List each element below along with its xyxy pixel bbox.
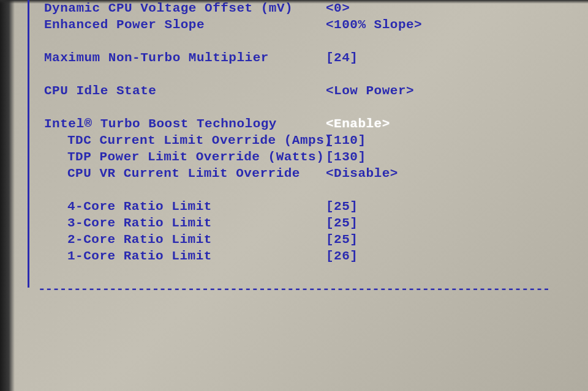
spacer <box>44 264 588 281</box>
setting-label: 4-Core Ratio Limit <box>44 198 326 215</box>
setting-row-enhanced-power-slope[interactable]: Enhanced Power Slope <100% Slope> <box>44 17 588 33</box>
section-divider: ----------------------------------------… <box>38 281 588 297</box>
setting-label: CPU VR Current Limit Override <box>44 165 326 182</box>
screen-bezel-left <box>0 0 15 391</box>
spacer <box>44 99 588 116</box>
setting-value[interactable]: <Disable> <box>326 165 398 182</box>
setting-label: 2-Core Ratio Limit <box>44 231 326 248</box>
panel-border-left <box>28 0 29 288</box>
setting-value[interactable]: [130] <box>326 149 366 165</box>
spacer <box>44 33 588 50</box>
setting-value[interactable]: [25] <box>326 231 358 248</box>
setting-label: 3-Core Ratio Limit <box>44 215 326 231</box>
setting-row-4-core-ratio[interactable]: 4-Core Ratio Limit [25] <box>44 198 588 215</box>
setting-value-selected[interactable]: <Enable> <box>326 116 390 132</box>
setting-label: Enhanced Power Slope <box>44 17 326 33</box>
setting-label: 1-Core Ratio Limit <box>44 248 326 264</box>
setting-value[interactable]: [26] <box>326 248 358 264</box>
bios-settings-panel: Dynamic CPU Voltage Offset (mV) <0> Enha… <box>44 0 588 297</box>
screen-bezel-top <box>0 0 588 4</box>
setting-row-3-core-ratio[interactable]: 3-Core Ratio Limit [25] <box>44 215 588 231</box>
setting-row-tdp-power-limit[interactable]: TDP Power Limit Override (Watts) [130] <box>44 149 588 165</box>
setting-label: TDC Current Limit Override (Amps) <box>44 132 326 149</box>
setting-row-2-core-ratio[interactable]: 2-Core Ratio Limit [25] <box>44 231 588 248</box>
setting-value[interactable]: <Low Power> <box>326 83 414 99</box>
setting-row-max-non-turbo-multiplier[interactable]: Maximum Non-Turbo Multiplier [24] <box>44 50 588 66</box>
setting-value[interactable]: <100% Slope> <box>326 17 422 33</box>
setting-row-intel-turbo-boost[interactable]: Intel® Turbo Boost Technology <Enable> <box>44 116 588 132</box>
setting-label: TDP Power Limit Override (Watts) <box>44 149 326 165</box>
setting-row-cpu-vr-current-limit[interactable]: CPU VR Current Limit Override <Disable> <box>44 165 588 182</box>
setting-row-1-core-ratio[interactable]: 1-Core Ratio Limit [26] <box>44 248 588 264</box>
spacer <box>44 66 588 83</box>
setting-row-cpu-idle-state[interactable]: CPU Idle State <Low Power> <box>44 83 588 99</box>
setting-label: Maximum Non-Turbo Multiplier <box>44 50 326 66</box>
setting-value[interactable]: [25] <box>326 215 358 231</box>
spacer <box>44 182 588 198</box>
setting-value[interactable]: [110] <box>326 132 366 149</box>
setting-row-tdc-current-limit[interactable]: TDC Current Limit Override (Amps) [110] <box>44 132 588 149</box>
setting-label: CPU Idle State <box>44 83 326 99</box>
setting-value[interactable]: [25] <box>326 198 358 215</box>
setting-value[interactable]: [24] <box>326 50 358 66</box>
setting-label: Intel® Turbo Boost Technology <box>44 116 326 132</box>
